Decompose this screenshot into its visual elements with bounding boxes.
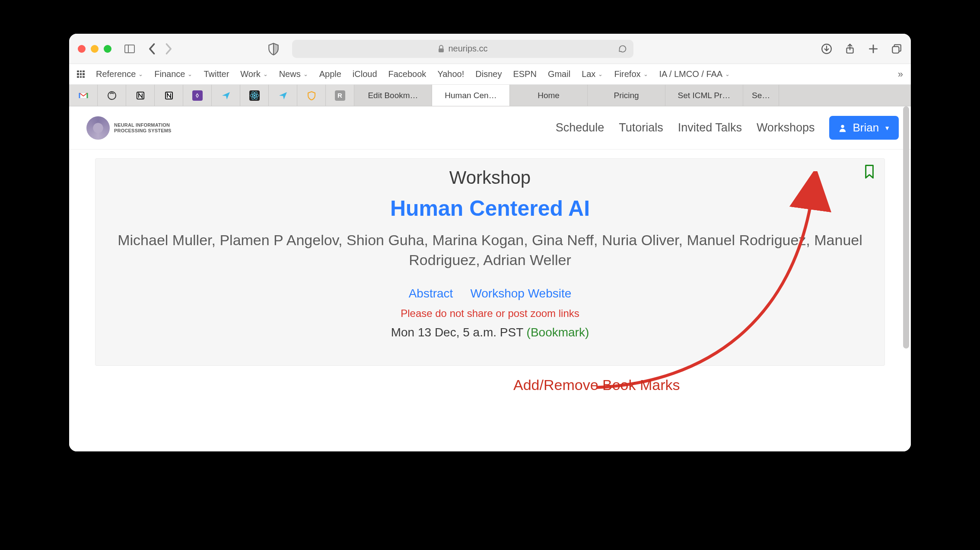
zoom-warning: Please do not share or post zoom links xyxy=(113,307,867,320)
favorite-label: Firefox xyxy=(614,69,640,79)
svg-point-7 xyxy=(254,95,255,96)
favorite-twitter[interactable]: Twitter xyxy=(204,69,229,79)
lock-icon xyxy=(438,45,445,53)
favorite-work[interactable]: Work⌄ xyxy=(240,69,267,79)
user-icon xyxy=(838,123,847,133)
close-window-button[interactable] xyxy=(78,45,86,53)
tab-pricing[interactable]: Pricing xyxy=(588,85,665,106)
tab-label: Human Cen… xyxy=(445,91,496,100)
favorite-reference[interactable]: Reference⌄ xyxy=(96,69,143,79)
nav-schedule[interactable]: Schedule xyxy=(556,121,605,134)
favorite-label: Finance xyxy=(154,69,185,79)
privacy-shield-icon[interactable] xyxy=(268,42,279,55)
favorite-finance[interactable]: Finance⌄ xyxy=(154,69,192,79)
nav-arrows xyxy=(148,43,173,55)
tab-human-centered[interactable]: Human Cen… xyxy=(432,85,510,106)
link-abstract[interactable]: Abstract xyxy=(409,287,453,301)
favorite-espn[interactable]: ESPN xyxy=(513,69,536,79)
favorite-news[interactable]: News⌄ xyxy=(279,69,308,79)
tab-overview-button[interactable] xyxy=(891,43,902,54)
svg-rect-0 xyxy=(439,48,444,52)
favorite-disney[interactable]: Disney xyxy=(475,69,502,79)
favorite-icloud[interactable]: iCloud xyxy=(353,69,377,79)
apps-grid-icon[interactable] xyxy=(77,70,85,78)
event-links: Abstract Workshop Website xyxy=(113,287,867,301)
tab-home[interactable]: Home xyxy=(510,85,588,106)
toolbar-right xyxy=(821,43,902,54)
favorite-label: Work xyxy=(240,69,260,79)
new-tab-button[interactable] xyxy=(868,43,879,54)
favorite-label: Twitter xyxy=(204,69,229,79)
downloads-button[interactable] xyxy=(821,43,832,54)
site-nav-links: Schedule Tutorials Invited Talks Worksho… xyxy=(556,116,899,140)
chevron-down-icon: ⌄ xyxy=(188,71,192,77)
favorites-bar: Reference⌄ Finance⌄ Twitter Work⌄ News⌄ … xyxy=(69,64,911,85)
favorite-apple[interactable]: Apple xyxy=(319,69,341,79)
pinned-tab-react[interactable] xyxy=(240,85,269,106)
tab-overflow[interactable]: Se… xyxy=(743,85,779,106)
minimize-window-button[interactable] xyxy=(91,45,99,53)
pinned-tab-plane-1[interactable] xyxy=(212,85,240,106)
pinned-tab-r[interactable]: R xyxy=(326,85,354,106)
favorite-lax[interactable]: Lax⌄ xyxy=(582,69,603,79)
chevron-down-icon: ⌄ xyxy=(138,71,143,77)
event-authors: Michael Muller, Plamen P Angelov, Shion … xyxy=(113,230,867,270)
event-card: Workshop Human Centered AI Michael Mulle… xyxy=(95,158,885,366)
bookmark-link[interactable]: (Bookmark) xyxy=(527,326,589,339)
favorite-firefox[interactable]: Firefox⌄ xyxy=(614,69,648,79)
refresh-button[interactable] xyxy=(618,44,627,54)
pinned-tab-notion-1[interactable] xyxy=(126,85,155,106)
tab-set-icml[interactable]: Set ICML Pr… xyxy=(665,85,743,106)
scrollbar[interactable] xyxy=(903,106,909,349)
user-name: Brian xyxy=(853,121,879,134)
maximize-window-button[interactable] xyxy=(104,45,111,53)
back-button[interactable] xyxy=(148,43,156,55)
favorite-label: Disney xyxy=(475,69,502,79)
pinned-tab-2[interactable] xyxy=(98,85,126,106)
favorite-label: Apple xyxy=(319,69,341,79)
favorite-ia-lmco-faa[interactable]: IA / LMCO / FAA⌄ xyxy=(659,69,730,79)
pinned-tab-notion-2[interactable] xyxy=(155,85,183,106)
page-content: NEURAL INFORMATION PROCESSING SYSTEMS Sc… xyxy=(69,106,911,451)
chevron-down-icon: ⌄ xyxy=(725,71,730,77)
user-menu-button[interactable]: Brian ▼ xyxy=(829,116,899,140)
forward-button[interactable] xyxy=(165,43,173,55)
address-bar[interactable]: neurips.cc xyxy=(292,40,633,58)
event-title: Human Centered AI xyxy=(113,196,867,221)
favorite-label: News xyxy=(279,69,301,79)
svg-point-11 xyxy=(841,125,844,128)
favorite-facebook[interactable]: Facebook xyxy=(388,69,426,79)
event-datetime: Mon 13 Dec, 5 a.m. PST xyxy=(391,326,523,339)
tab-label: Home xyxy=(538,91,560,100)
svg-rect-3 xyxy=(892,46,899,53)
favorite-label: Yahoo! xyxy=(437,69,464,79)
favorite-label: Facebook xyxy=(388,69,426,79)
sidebar-toggle-button[interactable] xyxy=(124,45,135,53)
nav-invited-talks[interactable]: Invited Talks xyxy=(678,121,742,134)
chevron-down-icon: ⌄ xyxy=(643,71,648,77)
pinned-tab-purple[interactable]: ◊ xyxy=(183,85,212,106)
favorite-label: iCloud xyxy=(353,69,377,79)
nav-tutorials[interactable]: Tutorials xyxy=(619,121,663,134)
logo-text: NEURAL INFORMATION PROCESSING SYSTEMS xyxy=(114,122,172,133)
logo-icon xyxy=(86,116,110,140)
favorite-label: Lax xyxy=(582,69,595,79)
bookmark-icon[interactable] xyxy=(863,164,876,179)
share-button[interactable] xyxy=(844,43,856,54)
site-logo[interactable]: NEURAL INFORMATION PROCESSING SYSTEMS xyxy=(86,116,172,140)
pinned-tab-plane-2[interactable] xyxy=(269,85,297,106)
caret-down-icon: ▼ xyxy=(884,125,890,131)
pinned-tab-gmail[interactable] xyxy=(69,85,98,106)
favorite-gmail[interactable]: Gmail xyxy=(548,69,570,79)
nav-workshops[interactable]: Workshops xyxy=(757,121,815,134)
chevron-down-icon: ⌄ xyxy=(263,71,268,77)
site-navbar: NEURAL INFORMATION PROCESSING SYSTEMS Sc… xyxy=(69,106,911,150)
tab-edit-bookmarks[interactable]: Edit Bookm… xyxy=(354,85,432,106)
pinned-tab-shield[interactable] xyxy=(297,85,326,106)
favorite-yahoo[interactable]: Yahoo! xyxy=(437,69,464,79)
link-workshop-website[interactable]: Workshop Website xyxy=(470,287,571,301)
favorites-overflow-button[interactable]: » xyxy=(898,69,903,80)
chevron-down-icon: ⌄ xyxy=(598,71,603,77)
url-host-text: neurips.cc xyxy=(448,44,487,54)
pinned-tabs: ◊ R xyxy=(69,85,354,106)
